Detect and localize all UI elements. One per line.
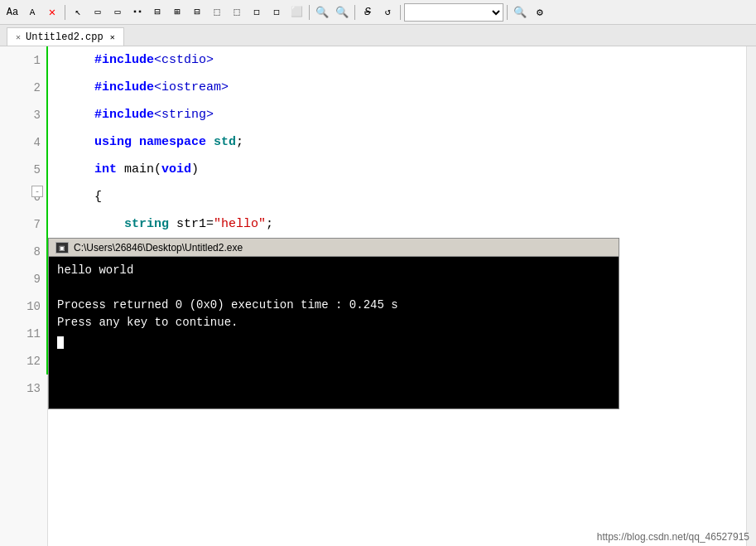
rect2-icon[interactable]: ▭ bbox=[108, 3, 127, 22]
collapse-icon[interactable]: - bbox=[31, 186, 43, 197]
semi-4: ; bbox=[236, 135, 243, 149]
indent-4 bbox=[65, 135, 94, 149]
rect3-icon[interactable]: ▪▪ bbox=[128, 3, 147, 22]
include-val-1: <cstdio> bbox=[154, 53, 214, 67]
shape3-icon[interactable]: ◻ bbox=[248, 3, 266, 22]
editor-container: 1 2 3 4 5 6 - 7 8 9 10 11 12 13 #include… bbox=[0, 46, 756, 546]
indent-7 bbox=[65, 217, 124, 231]
refresh-icon[interactable]: ↺ bbox=[378, 3, 397, 22]
shape5-icon[interactable]: ⬜ bbox=[287, 3, 306, 22]
str1-eq: str1= bbox=[169, 217, 214, 231]
include-val-2: <iostream> bbox=[154, 80, 229, 94]
paren-close: ) bbox=[191, 162, 199, 176]
zoom-in-icon[interactable]: 🔍 bbox=[313, 3, 331, 22]
cursor-icon[interactable]: ↖ bbox=[69, 3, 87, 22]
line-num-1: 1 bbox=[0, 46, 47, 74]
tab-label: Untitled2.cpp bbox=[26, 31, 104, 43]
terminal-output-4: Press any key to continue. bbox=[57, 314, 610, 331]
line-num-5: 5 bbox=[0, 156, 47, 183]
str1-val: "hello" bbox=[214, 217, 266, 231]
line-num-12: 12 bbox=[0, 347, 47, 374]
line-num-7: 7 bbox=[0, 210, 47, 238]
strikethrough-icon[interactable]: S bbox=[359, 3, 377, 22]
int-kw: int bbox=[94, 162, 117, 176]
font-a-icon[interactable]: A bbox=[23, 3, 41, 22]
sep4 bbox=[400, 5, 401, 20]
code-line-2: #include<iostream> bbox=[48, 74, 746, 101]
main-text: main( bbox=[117, 162, 161, 176]
line-num-6: 6 - bbox=[0, 183, 47, 210]
line-num-2: 2 bbox=[0, 74, 47, 101]
sep5 bbox=[507, 5, 508, 20]
search-icon[interactable]: 🔍 bbox=[511, 3, 529, 22]
terminal-titlebar: ▣ C:\Users\26846\Desktop\Untitled2.exe bbox=[48, 238, 619, 256]
terminal-output-2 bbox=[57, 279, 610, 297]
line-num-11: 11 bbox=[0, 320, 47, 347]
line-num-9: 9 bbox=[0, 265, 47, 292]
code-line-6: { bbox=[48, 183, 746, 210]
terminal-app-icon: ▣ bbox=[55, 242, 69, 254]
include-kw-3: #include bbox=[65, 108, 154, 122]
code-line-1: #include<cstdio> bbox=[48, 46, 746, 74]
settings-icon[interactable]: ⚙ bbox=[531, 3, 549, 22]
include-kw-2: #include bbox=[65, 80, 154, 94]
string-kw-1: string bbox=[124, 217, 169, 231]
debug-dropdown[interactable] bbox=[404, 3, 503, 22]
shape2-icon[interactable]: ⬚ bbox=[228, 3, 246, 22]
tab-close-right[interactable]: ✕ bbox=[110, 32, 115, 42]
shape1-icon[interactable]: ⬚ bbox=[208, 3, 226, 22]
code-area[interactable]: #include<cstdio> #include<iostream> #inc… bbox=[48, 46, 746, 546]
shape4-icon[interactable]: ◻ bbox=[267, 3, 286, 22]
terminal-output-3: Process returned 0 (0x0) execution time … bbox=[57, 297, 610, 314]
close-x-icon[interactable]: ✕ bbox=[43, 3, 61, 22]
terminal-output-1: hello world bbox=[57, 262, 610, 279]
using-kw: using bbox=[94, 135, 139, 149]
brace-open: { bbox=[94, 190, 102, 204]
zoom-out-icon[interactable]: 🔍 bbox=[333, 3, 351, 22]
watermark: https://blog.csdn.net/qq_46527915 bbox=[597, 531, 749, 543]
rect4-icon[interactable]: ⊟ bbox=[148, 3, 166, 22]
line-num-4: 4 bbox=[0, 128, 47, 156]
code-line-5: int main(void) bbox=[48, 156, 746, 183]
namespace-kw: namespace bbox=[139, 135, 214, 149]
terminal-title: C:\Users\26846\Desktop\Untitled2.exe bbox=[74, 242, 243, 254]
tab-close-left[interactable]: ✕ bbox=[16, 32, 21, 42]
toolbar: Aa A ✕ ↖ ▭ ▭ ▪▪ ⊟ ⊞ ⊟ ⬚ ⬚ ◻ ◻ ⬜ 🔍 🔍 S ↺ … bbox=[0, 0, 756, 25]
sep1 bbox=[65, 5, 65, 20]
line-numbers: 1 2 3 4 5 6 - 7 8 9 10 11 12 13 bbox=[0, 46, 48, 546]
font-icon[interactable]: Aa bbox=[3, 3, 22, 22]
line-num-13: 13 bbox=[0, 374, 47, 402]
rect1-icon[interactable]: ▭ bbox=[89, 3, 107, 22]
code-line-7: string str1="hello"; bbox=[48, 210, 746, 238]
std-val: std bbox=[214, 135, 236, 149]
code-line-4: using namespace std; bbox=[48, 128, 746, 156]
sep2 bbox=[309, 5, 310, 20]
tab-bar: ✕ Untitled2.cpp ✕ bbox=[0, 25, 756, 46]
rect6-icon[interactable]: ⊟ bbox=[188, 3, 206, 22]
terminal-cursor bbox=[57, 336, 64, 349]
rect5-icon[interactable]: ⊞ bbox=[168, 3, 186, 22]
semi-7: ; bbox=[266, 217, 273, 231]
terminal-window: ▣ C:\Users\26846\Desktop\Untitled2.exe h… bbox=[48, 238, 619, 409]
sep3 bbox=[354, 5, 355, 20]
line-num-8: 8 bbox=[0, 238, 47, 265]
terminal-cursor-line bbox=[57, 331, 610, 349]
include-val-3: <string> bbox=[154, 108, 214, 122]
line-num-10: 10 bbox=[0, 292, 47, 320]
terminal-body[interactable]: hello world Process returned 0 (0x0) exe… bbox=[48, 256, 619, 409]
editor-scrollbar[interactable] bbox=[746, 46, 756, 546]
indent-5 bbox=[65, 162, 94, 176]
file-tab[interactable]: ✕ Untitled2.cpp ✕ bbox=[7, 27, 124, 46]
code-line-3: #include<string> bbox=[48, 101, 746, 128]
void-kw: void bbox=[161, 162, 191, 176]
include-kw-1: #include bbox=[65, 53, 154, 67]
indent-6 bbox=[65, 190, 94, 204]
line-num-3: 3 bbox=[0, 101, 47, 128]
